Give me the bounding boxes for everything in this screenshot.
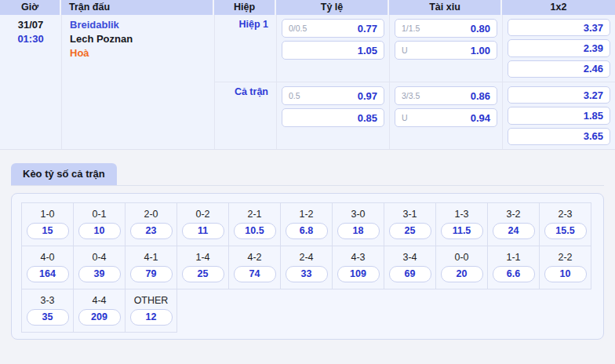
- score-cell: 0-110: [74, 203, 126, 246]
- match-time: 01:30: [0, 32, 61, 46]
- score-tabs-row: Kèo tỷ số cả trận: [11, 163, 604, 186]
- score-cell: 4-179: [126, 246, 177, 289]
- score-cell: 0-020: [436, 246, 488, 289]
- one-x-two-odds: 2.39: [584, 42, 603, 54]
- odds-table-body: 31/07 01:30 Breidablik Lech Poznan Hoà H…: [0, 15, 615, 149]
- one-x-two-column: 3.37 2.39 2.46 3.27 1.85 3.65: [502, 15, 615, 149]
- score-odds-button[interactable]: 20: [441, 266, 483, 282]
- tab-correct-score-fulltime[interactable]: Kèo tỷ số cả trận: [11, 163, 117, 185]
- score-cell: 1-015: [22, 203, 74, 246]
- match-result-label: Hoà: [70, 46, 214, 60]
- correct-score-grid: 1-015 0-110 2-023 0-211 2-110.5 1-26.8 3…: [21, 202, 591, 333]
- score-odds-button[interactable]: 6.6: [493, 266, 535, 282]
- one-x-two-odds-box[interactable]: 3.65: [508, 128, 610, 145]
- score-cell: 3-018: [333, 203, 384, 246]
- score-odds-button[interactable]: 69: [389, 266, 431, 282]
- one-x-two-odds: 3.27: [584, 89, 603, 101]
- one-x-two-odds-box[interactable]: 3.27: [508, 86, 610, 104]
- score-label: 4-0: [22, 252, 73, 263]
- one-x-two-odds-box[interactable]: 3.37: [508, 19, 610, 36]
- handicap-odds-box[interactable]: 1.05: [282, 41, 384, 60]
- one-x-two-half1: 3.37 2.39 2.46: [503, 15, 615, 82]
- score-odds-button[interactable]: 74: [234, 266, 276, 282]
- handicap-line: 0.5: [289, 91, 300, 100]
- score-cell: 0-439: [74, 246, 126, 289]
- handicap-line: 0/0.5: [289, 24, 307, 33]
- score-odds-button[interactable]: 35: [27, 309, 69, 326]
- handicap-odds-box[interactable]: 0.85: [282, 108, 384, 127]
- score-cell: 1-311.5: [436, 203, 488, 246]
- score-odds-button[interactable]: 164: [27, 266, 69, 282]
- score-odds-button[interactable]: 15: [27, 223, 69, 239]
- correct-score-panel: 1-015 0-110 2-023 0-211 2-110.5 1-26.8 3…: [11, 193, 604, 340]
- score-odds-button[interactable]: 6.8: [286, 223, 328, 239]
- header-match: Trận đấu: [61, 0, 214, 15]
- score-odds-button[interactable]: 12: [130, 309, 173, 326]
- away-team-name: Lech Poznan: [70, 32, 214, 46]
- overunder-odds-box[interactable]: 3/3.5 0.86: [395, 86, 497, 105]
- score-label: 2-2: [540, 252, 591, 263]
- header-1x2: 1x2: [502, 0, 615, 15]
- score-cell: 2-315.5: [540, 203, 591, 246]
- overunder-odds-box[interactable]: U 1.00: [395, 41, 497, 60]
- match-teams-cell: Breidablik Lech Poznan Hoà: [61, 15, 214, 149]
- match-date: 31/07: [0, 18, 61, 32]
- score-odds-button[interactable]: 39: [78, 266, 121, 282]
- score-odds-button[interactable]: 10: [78, 223, 121, 239]
- one-x-two-odds: 1.85: [584, 110, 603, 122]
- header-handicap: Tỷ lệ: [276, 0, 389, 15]
- score-odds-button[interactable]: 11.5: [441, 223, 483, 239]
- score-odds-button[interactable]: 25: [389, 223, 431, 239]
- one-x-two-odds-box[interactable]: 2.46: [508, 60, 610, 78]
- score-label: 3-1: [384, 209, 435, 220]
- score-odds-button[interactable]: 18: [337, 223, 380, 239]
- score-label: 1-4: [177, 252, 228, 263]
- score-odds-button[interactable]: 79: [130, 266, 173, 282]
- score-cell: 2-023: [126, 203, 177, 246]
- score-label: 3-2: [488, 209, 539, 220]
- score-odds-button[interactable]: 25: [182, 266, 224, 282]
- score-odds-button[interactable]: 10: [544, 266, 587, 282]
- score-cell: 3-335: [22, 289, 74, 333]
- overunder-odds-box[interactable]: 1/1.5 0.80: [395, 19, 497, 38]
- overunder-fulltime: 3/3.5 0.86 U 0.94: [390, 82, 502, 149]
- header-time: Giờ: [0, 0, 61, 15]
- overunder-line: U: [402, 113, 408, 122]
- score-label: 4-3: [333, 252, 384, 263]
- score-label: 0-1: [74, 209, 125, 220]
- overunder-odds-box[interactable]: U 0.94: [395, 108, 497, 127]
- score-odds-button[interactable]: 15.5: [544, 223, 587, 239]
- score-cell: 1-16.6: [488, 246, 540, 289]
- overunder-odds: 0.86: [471, 90, 490, 102]
- handicap-odds: 0.97: [358, 90, 377, 102]
- score-label: 1-1: [488, 252, 539, 263]
- score-cell: 2-210: [540, 246, 591, 289]
- score-odds-button[interactable]: 209: [78, 309, 121, 326]
- score-odds-button[interactable]: 109: [337, 266, 380, 282]
- score-odds-button[interactable]: 10.5: [234, 223, 276, 239]
- score-cell: 4-274: [229, 246, 281, 289]
- overunder-odds: 1.00: [471, 45, 490, 56]
- score-cell: 1-26.8: [281, 203, 333, 246]
- overunder-line: 1/1.5: [402, 24, 420, 33]
- odds-table-header: Giờ Trận đấu Hiệp Tỷ lệ Tài xỉu 1x2: [0, 0, 615, 15]
- score-odds-button[interactable]: 11: [182, 223, 224, 239]
- score-cell: 3-125: [384, 203, 436, 246]
- handicap-half1: 0/0.5 0.77 1.05: [277, 15, 389, 82]
- one-x-two-odds: 2.46: [584, 63, 603, 75]
- score-label: 4-4: [74, 295, 125, 306]
- handicap-odds-box[interactable]: 0.5 0.97: [282, 86, 384, 105]
- header-half: Hiệp: [214, 0, 276, 15]
- one-x-two-odds-box[interactable]: 2.39: [508, 39, 610, 56]
- score-odds-button[interactable]: 33: [286, 266, 328, 282]
- one-x-two-odds-box[interactable]: 1.85: [508, 107, 610, 124]
- score-label: 1-2: [281, 209, 332, 220]
- overunder-line: 3/3.5: [402, 91, 420, 100]
- score-label: 3-4: [384, 252, 435, 263]
- score-odds-button[interactable]: 24: [493, 223, 535, 239]
- section-label-half1: Hiệp 1: [215, 15, 276, 30]
- score-odds-button[interactable]: 23: [130, 223, 173, 239]
- handicap-odds-box[interactable]: 0/0.5 0.77: [282, 19, 384, 38]
- score-grid-row: 1-015 0-110 2-023 0-211 2-110.5 1-26.8 3…: [22, 203, 591, 246]
- score-cell: OTHER12: [126, 289, 177, 333]
